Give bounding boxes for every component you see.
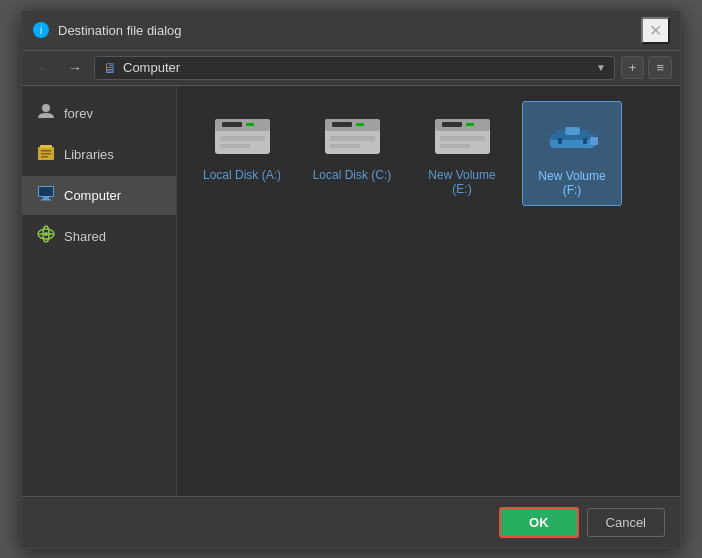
- user-icon: [36, 101, 56, 126]
- svg-rect-5: [41, 150, 51, 152]
- svg-rect-39: [583, 138, 587, 144]
- ok-button[interactable]: OK: [499, 507, 579, 538]
- new-folder-button[interactable]: +: [621, 56, 645, 79]
- svg-rect-26: [330, 136, 375, 141]
- sidebar-label-libraries: Libraries: [64, 147, 114, 162]
- main-area: Local Disk (A:) Local Disk (C:): [177, 86, 680, 496]
- svg-point-15: [44, 232, 48, 236]
- forward-button[interactable]: →: [62, 57, 88, 79]
- address-icon: 🖥: [103, 60, 117, 76]
- svg-rect-11: [41, 199, 51, 201]
- svg-rect-24: [332, 122, 352, 127]
- view-toggle-button[interactable]: ≡: [648, 56, 672, 79]
- drive-c[interactable]: Local Disk (C:): [302, 101, 402, 206]
- svg-rect-18: [222, 122, 242, 127]
- svg-rect-7: [41, 156, 48, 158]
- svg-rect-40: [565, 127, 580, 135]
- toolbar: ← → 🖥 Computer ▼ + ≡: [22, 51, 680, 86]
- drive-a[interactable]: Local Disk (A:): [192, 101, 292, 206]
- address-text: Computer: [123, 60, 590, 75]
- svg-rect-36: [556, 130, 564, 136]
- libraries-icon: [36, 142, 56, 167]
- svg-rect-9: [39, 187, 53, 196]
- destination-file-dialog: i Destination file dialog ✕ ← → 🖥 Comput…: [21, 10, 681, 549]
- sidebar-label-forev: forev: [64, 106, 93, 121]
- drive-a-icon: [208, 109, 276, 164]
- svg-rect-6: [41, 153, 51, 155]
- sidebar-item-computer[interactable]: Computer: [22, 176, 176, 215]
- address-bar[interactable]: 🖥 Computer ▼: [94, 56, 615, 80]
- svg-rect-21: [220, 144, 250, 148]
- drive-a-label: Local Disk (A:): [203, 168, 281, 182]
- svg-rect-31: [466, 123, 474, 126]
- drive-e-label: New Volume (E:): [420, 168, 504, 196]
- svg-rect-27: [330, 144, 360, 148]
- footer: OK Cancel: [22, 496, 680, 548]
- svg-rect-20: [220, 136, 265, 141]
- sidebar: forev Libraries: [22, 86, 177, 496]
- svg-rect-32: [440, 136, 485, 141]
- shared-icon: [36, 224, 56, 249]
- svg-rect-33: [440, 144, 470, 148]
- drive-f-icon: [538, 110, 606, 165]
- drive-c-icon: [318, 109, 386, 164]
- drive-f[interactable]: New Volume (F:): [522, 101, 622, 206]
- computer-icon: [36, 183, 56, 208]
- svg-rect-41: [590, 137, 598, 145]
- svg-point-2: [42, 104, 50, 112]
- svg-rect-37: [581, 130, 589, 136]
- drive-e-icon: [428, 109, 496, 164]
- dialog-icon: i: [32, 21, 50, 39]
- toolbar-actions: + ≡: [621, 56, 672, 79]
- title-bar: i Destination file dialog ✕: [22, 11, 680, 51]
- drive-f-label: New Volume (F:): [531, 169, 613, 197]
- dialog-title: Destination file dialog: [58, 23, 182, 38]
- close-button[interactable]: ✕: [641, 17, 670, 44]
- back-button[interactable]: ←: [30, 57, 56, 79]
- svg-rect-19: [246, 123, 254, 126]
- dropdown-arrow-icon: ▼: [596, 62, 606, 73]
- sidebar-label-computer: Computer: [64, 188, 121, 203]
- cancel-button[interactable]: Cancel: [587, 508, 665, 537]
- svg-rect-4: [40, 145, 52, 148]
- svg-text:i: i: [40, 25, 42, 36]
- drive-c-label: Local Disk (C:): [313, 168, 392, 182]
- sidebar-label-shared: Shared: [64, 229, 106, 244]
- content-area: forev Libraries: [22, 86, 680, 496]
- title-bar-left: i Destination file dialog: [32, 21, 182, 39]
- svg-rect-25: [356, 123, 364, 126]
- svg-rect-30: [442, 122, 462, 127]
- sidebar-item-forev[interactable]: forev: [22, 94, 176, 133]
- drive-e[interactable]: New Volume (E:): [412, 101, 512, 206]
- svg-rect-38: [558, 138, 562, 144]
- sidebar-item-libraries[interactable]: Libraries: [22, 135, 176, 174]
- sidebar-item-shared[interactable]: Shared: [22, 217, 176, 256]
- svg-rect-10: [43, 197, 49, 199]
